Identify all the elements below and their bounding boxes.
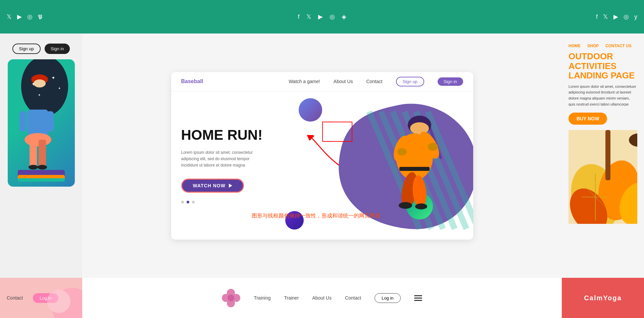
mid-left-illustration: ✦ ✦ ✦ ✦ [8,59,75,187]
instagram-icon-3[interactable]: ◎ [624,13,629,20]
youtube-icon-3[interactable]: ▶ [613,13,618,20]
baseball-signup-btn[interactable]: Sign up [396,77,424,86]
top-center-social: f 𝕏 ▶ ◎ ◈ [82,0,562,34]
signup-button-left[interactable]: Sign up [12,44,41,54]
top-left-social: 𝕏 ▶ ◎ 𝕻 [0,0,82,34]
outdoor-title: OUTDOOR ACTIVITIES LANDING PAGE [568,52,637,80]
twitter-icon-3[interactable]: 𝕏 [603,13,608,20]
pinterest-icon[interactable]: 𝕻 [38,13,42,20]
hamburger-line-1 [414,295,422,296]
mid-left-panel: Sign up Sign in ✦ ✦ ✦ ✦ [0,34,82,278]
signin-button-left[interactable]: Sign in [45,44,70,54]
hamburger-line-3 [414,300,422,301]
contact-link[interactable]: Contact [366,79,382,84]
about-us-link[interactable]: About Us [334,79,353,84]
svg-rect-46 [605,130,610,180]
carousel-dots [181,201,463,203]
svg-text:✦: ✦ [38,93,41,97]
buy-now-button[interactable]: BUY NOW [568,113,607,125]
yelp-icon[interactable]: y [634,13,637,20]
svg-rect-13 [19,111,27,131]
bot-center-flower [222,289,240,307]
mid-right-panel: HOME SHOP CONTACT US OUTDOOR ACTIVITIES … [562,34,644,278]
svg-point-11 [29,165,38,170]
outdoor-illustration [568,130,637,224]
dot-1[interactable] [181,201,184,203]
dot-3[interactable] [192,201,195,203]
watch-game-link[interactable]: Watch a game! [289,79,320,84]
bot-right-panel: CalmYoga [562,278,644,318]
bot-center-login-button[interactable]: Log in [375,293,400,303]
svg-rect-14 [46,111,54,131]
about-us-bot-link[interactable]: About Us [312,295,332,301]
calmyoga-brand: CalmYoga [584,294,622,302]
top-right-social: f 𝕏 ▶ ◎ y [562,0,644,34]
outdoor-home-link[interactable]: HOME [568,44,581,48]
trainer-link[interactable]: Trainer [284,295,299,301]
baseball-navbar: Baseball Watch a game! About Us Contact … [171,72,473,91]
dot-2[interactable] [187,201,189,203]
svg-point-6 [34,79,46,87]
svg-point-12 [38,165,47,170]
facebook-icon[interactable]: f [298,13,299,20]
svg-point-0 [21,59,68,116]
bot-left-blob [42,278,82,318]
hamburger-menu[interactable] [414,295,422,301]
outdoor-desc: Lorem ipsum dolor sit amet, consectetuer… [568,84,637,107]
mid-center-panel: Baseball Watch a game! About Us Contact … [82,34,562,278]
watch-now-label: WATCH NOW [193,183,226,188]
svg-point-54 [228,295,234,301]
bot-left-panel: Contact Log in [0,278,82,318]
svg-point-49 [47,290,70,313]
hamburger-line-2 [414,298,422,299]
outdoor-contact-link[interactable]: CONTACT US [605,44,632,48]
baseball-card: Baseball Watch a game! About Us Contact … [171,72,473,240]
facebook-icon-2[interactable]: f [596,13,598,20]
instagram-icon-2[interactable]: ◎ [330,13,335,20]
youtube-icon-2[interactable]: ▶ [318,13,323,20]
instagram-icon[interactable]: ◎ [27,13,33,20]
play-icon [229,184,232,188]
svg-rect-17 [18,178,65,182]
mid-left-buttons: Sign up Sign in [12,44,70,54]
youtube-icon[interactable]: ▶ [17,13,22,20]
annotation-text: 图形与线框颜色保持一致性，形成和谐统一的网页界面 [252,212,381,219]
svg-point-8 [24,133,51,146]
training-link[interactable]: Training [254,295,270,301]
patreon-icon[interactable]: ◈ [342,13,346,20]
baseball-desc: Lorem ipsum dolor sit amet, consectetur … [181,149,262,169]
svg-rect-10 [39,140,46,167]
svg-rect-9 [30,140,37,167]
bot-center-panel: Training Trainer About Us Contact Log in [82,278,562,318]
svg-text:✦: ✦ [51,75,55,80]
outdoor-nav: HOME SHOP CONTACT US [568,44,637,48]
watch-now-button[interactable]: WATCH NOW [181,179,244,193]
twitter-icon[interactable]: 𝕏 [7,13,12,20]
baseball-body: HOME RUN! Lorem ipsum dolor sit amet, co… [171,91,473,240]
left-illustration-svg: ✦ ✦ ✦ ✦ [8,59,75,187]
svg-rect-7 [28,110,48,136]
bot-contact-link[interactable]: Contact [7,295,23,301]
outdoor-leaves-svg [568,130,637,224]
baseball-signin-btn[interactable]: Sign in [438,77,463,86]
contact-bot-link[interactable]: Contact [345,295,361,301]
annotation-arrow [305,135,346,169]
outdoor-shop-link[interactable]: SHOP [587,44,599,48]
twitter-icon-2[interactable]: 𝕏 [306,13,311,20]
svg-text:✦: ✦ [58,86,61,90]
baseball-brand: Baseball [181,78,203,84]
